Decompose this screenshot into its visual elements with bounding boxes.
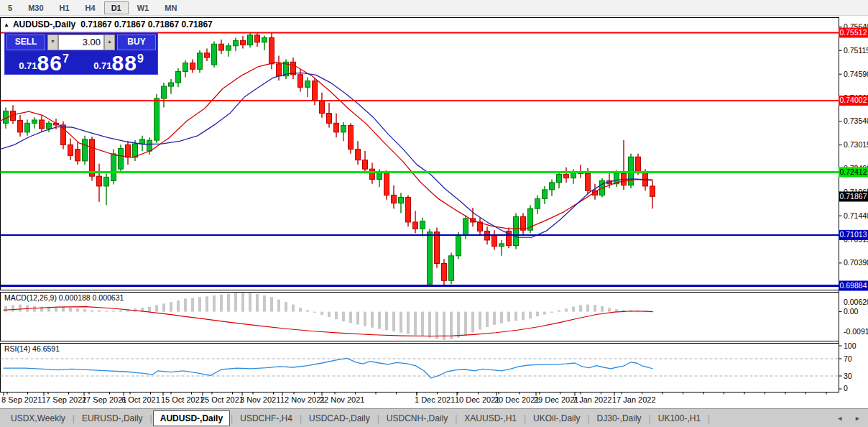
macd-histogram-bar xyxy=(91,310,93,311)
macd-histogram-bar xyxy=(313,312,316,313)
candle-body xyxy=(119,148,124,169)
candle-body xyxy=(83,139,88,161)
collapse-trade-panel-icon[interactable]: ▲ xyxy=(4,22,9,28)
candle-body xyxy=(298,75,303,88)
candle-body xyxy=(262,38,267,42)
time-axis-label: 6 Oct 2021 xyxy=(121,395,160,404)
macd-histogram-bar xyxy=(364,312,366,326)
macd-histogram-bar xyxy=(55,308,57,312)
candle-body xyxy=(154,98,160,140)
chart-tab-audusd-daily[interactable]: AUDUSD-,Daily xyxy=(153,410,230,426)
macd-histogram-bar xyxy=(558,310,560,311)
chart-tab-usdx-weekly[interactable]: USDX,Weekly xyxy=(4,411,72,426)
macd-histogram-bar xyxy=(385,312,388,331)
macd-histogram-bar xyxy=(4,306,7,312)
time-axis-label: 7 Jan 2022 xyxy=(573,395,611,404)
buy-price-pip: 9 xyxy=(137,52,144,65)
chart-tab-eurusd-daily[interactable]: EURUSD-,Daily xyxy=(75,411,149,426)
price-tick-label: 0.74590 xyxy=(844,70,868,78)
buy-price[interactable]: 0.71 88 9 xyxy=(81,50,156,74)
macd-histogram-bar xyxy=(457,312,460,338)
time-axis-label: 25 Oct 2021 xyxy=(200,395,244,404)
chart-tab-dj30-daily[interactable]: DJ30-,Daily xyxy=(591,411,648,426)
buy-button[interactable]: BUY xyxy=(117,35,156,50)
macd-histogram-bar xyxy=(170,302,172,311)
chart-tab-ukoil-daily[interactable]: UKOil-,Daily xyxy=(527,411,586,426)
macd-histogram-bar xyxy=(507,312,510,322)
candle-body xyxy=(126,144,131,157)
one-click-trade-panel: SELL ▼ 3.00 ▲ BUY 0.71 86 7 0.71 88 9 xyxy=(4,32,158,75)
macd-histogram-bar xyxy=(184,298,187,311)
macd-histogram-bar xyxy=(292,305,295,312)
rsi-axis-label: 100 xyxy=(844,341,857,350)
price-marker-label: 0.75512 xyxy=(840,28,867,37)
sell-price-big: 86 xyxy=(37,53,63,73)
candle-body xyxy=(241,40,246,45)
macd-histogram-bar xyxy=(421,312,424,336)
macd-histogram-bar xyxy=(119,310,122,311)
candle-body xyxy=(176,71,181,83)
time-axis-label: 15 Oct 2021 xyxy=(161,395,204,404)
macd-histogram-bar xyxy=(33,306,36,312)
macd-histogram-bar xyxy=(572,307,575,312)
candle-body xyxy=(320,101,325,114)
macd-max-label: 0.006201 xyxy=(844,298,868,306)
rsi-axis-label: 30 xyxy=(844,372,852,380)
sell-button[interactable]: SELL xyxy=(6,35,45,50)
chart-tab-usdcad-daily[interactable]: USDCAD-,Daily xyxy=(303,411,377,426)
candle-body xyxy=(550,183,555,190)
ohlc-values: 0.71867 0.71867 0.71867 0.71867 xyxy=(80,19,213,29)
candle-body xyxy=(636,157,641,172)
macd-histogram-bar xyxy=(342,312,345,321)
candle-body xyxy=(47,123,52,129)
volume-input[interactable]: 3.00 xyxy=(58,35,104,50)
candle-body xyxy=(248,35,253,45)
tab-scroll-right-button[interactable]: ► xyxy=(854,415,861,422)
macd-histogram-bar xyxy=(270,297,273,311)
candle-body xyxy=(384,173,389,195)
chart-tab-uk100-h1[interactable]: UK100-,H1 xyxy=(652,411,707,426)
candle-body xyxy=(535,198,540,208)
macd-histogram-bar xyxy=(191,298,194,311)
macd-panel[interactable] xyxy=(1,293,839,341)
macd-histogram-bar xyxy=(579,305,582,311)
rsi-axis-label: 70 xyxy=(844,354,852,363)
tab-scroll-left-button[interactable]: ◄ xyxy=(836,415,843,422)
chart-tab-usdcnh-daily[interactable]: USDCNH-,Daily xyxy=(380,411,454,426)
symbol-period-label: AUDUSD-,Daily xyxy=(13,19,75,29)
candle-body xyxy=(104,177,109,186)
volume-decrease-button[interactable]: ▼ xyxy=(47,35,58,50)
candle-body xyxy=(341,125,346,132)
macd-histogram-bar xyxy=(285,302,287,311)
candle-body xyxy=(586,173,591,190)
price-marker-label: 0.71867 xyxy=(840,192,867,201)
price-tick-label: 0.70390 xyxy=(844,258,868,267)
candle-body xyxy=(442,263,447,280)
macd-histogram-bar xyxy=(565,308,568,311)
candle-body xyxy=(377,173,382,179)
candle-body xyxy=(25,123,30,132)
candle-body xyxy=(370,169,375,179)
macd-histogram-bar xyxy=(256,294,259,312)
price-marker-label: 0.74002 xyxy=(840,96,867,104)
macd-histogram-bar xyxy=(19,305,22,312)
candle-body xyxy=(18,121,23,132)
buy-price-big: 88 xyxy=(112,53,137,73)
candle-body xyxy=(557,175,562,183)
macd-histogram-bar xyxy=(206,296,208,311)
candle-body xyxy=(305,81,310,88)
buy-price-prefix: 0.71 xyxy=(93,60,111,71)
chart-tab-xauusd-h1[interactable]: XAUUSD-,H1 xyxy=(458,411,523,426)
macd-histogram-bar xyxy=(234,293,237,312)
macd-histogram-bar xyxy=(198,297,201,311)
rsi-axis-label: 0 xyxy=(844,384,848,392)
macd-histogram-bar xyxy=(543,312,546,315)
volume-increase-button[interactable]: ▲ xyxy=(104,35,115,50)
price-tick-label: 0.73540 xyxy=(844,116,868,125)
chart-tab-usdchf-h4[interactable]: USDCHF-,H4 xyxy=(234,411,299,426)
macd-histogram-bar xyxy=(227,294,230,312)
candle-body xyxy=(420,221,425,229)
macd-histogram-bar xyxy=(486,312,489,327)
macd-zero-label: 0.00 xyxy=(844,307,859,316)
sell-price[interactable]: 0.71 86 7 xyxy=(6,50,81,74)
